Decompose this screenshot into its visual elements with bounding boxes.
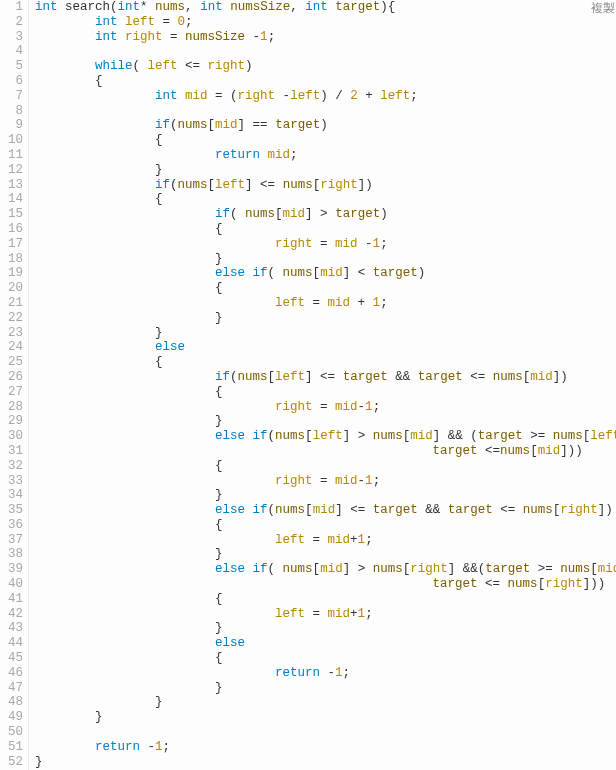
- line-number-gutter: 1234567891011121314151617181920212223242…: [0, 0, 29, 770]
- variable-token: mid: [313, 503, 336, 517]
- text-token: ;: [185, 15, 193, 29]
- param-token: nums: [373, 429, 403, 443]
- text-token: [35, 533, 275, 547]
- variable-token: mid: [328, 607, 351, 621]
- text-token: [35, 340, 155, 354]
- line-number: 32: [3, 459, 23, 474]
- text-token: [35, 237, 275, 251]
- text-token: =: [305, 607, 328, 621]
- code-line: else if( nums[mid] > nums[right] &&(targ…: [35, 562, 616, 577]
- number-token: 1: [260, 30, 268, 44]
- line-number: 35: [3, 503, 23, 518]
- text-token: ;: [365, 533, 373, 547]
- text-token: -: [320, 666, 335, 680]
- text-token: ] <=: [305, 370, 343, 384]
- number-token: 0: [178, 15, 186, 29]
- code-line: }: [35, 163, 616, 178]
- text-token: -: [358, 474, 366, 488]
- text-token: ] <: [343, 266, 373, 280]
- code-line: return mid;: [35, 148, 616, 163]
- line-number: 4: [3, 44, 23, 59]
- text-token: }: [35, 547, 223, 561]
- variable-token: mid: [335, 400, 358, 414]
- keyword-token: if: [253, 562, 268, 576]
- line-number: 43: [3, 621, 23, 636]
- code-line: else: [35, 636, 616, 651]
- param-token: nums: [508, 577, 538, 591]
- code-content[interactable]: int search(int* nums, int numsSize, int …: [29, 0, 616, 770]
- code-line: target <=nums[mid])): [35, 444, 616, 459]
- text-token: [35, 577, 433, 591]
- text-token: -: [275, 89, 290, 103]
- line-number: 48: [3, 695, 23, 710]
- param-token: nums: [283, 562, 313, 576]
- code-line: {: [35, 355, 616, 370]
- text-token: }: [35, 621, 223, 635]
- code-line: target <= nums[right])): [35, 577, 616, 592]
- line-number: 9: [3, 118, 23, 133]
- text-token: [35, 148, 215, 162]
- code-line: else: [35, 340, 616, 355]
- line-number: 14: [3, 192, 23, 207]
- text-token: <=: [178, 59, 208, 73]
- text-token: [245, 266, 253, 280]
- code-line: right = mid -1;: [35, 237, 616, 252]
- text-token: {: [35, 459, 223, 473]
- text-token: ): [380, 207, 388, 221]
- text-token: =: [313, 237, 336, 251]
- code-line: [35, 725, 616, 740]
- line-number: 49: [3, 710, 23, 725]
- line-number: 47: [3, 681, 23, 696]
- text-token: [35, 666, 275, 680]
- line-number: 13: [3, 178, 23, 193]
- variable-token: mid: [410, 429, 433, 443]
- text-token: {: [35, 222, 223, 236]
- code-line: }: [35, 681, 616, 696]
- line-number: 15: [3, 207, 23, 222]
- text-token: >=: [530, 562, 560, 576]
- line-number: 46: [3, 666, 23, 681]
- text-token: +: [350, 607, 358, 621]
- variable-token: mid: [215, 118, 238, 132]
- variable-token: mid: [538, 444, 561, 458]
- keyword-token: if: [253, 429, 268, 443]
- text-token: {: [35, 355, 163, 369]
- keyword-token: int: [200, 0, 223, 14]
- keyword-token: int: [305, 0, 328, 14]
- code-line: if( nums[mid] > target): [35, 207, 616, 222]
- text-token: [118, 15, 126, 29]
- text-token: {: [35, 651, 223, 665]
- text-token: (: [268, 503, 276, 517]
- code-line: }: [35, 252, 616, 267]
- copy-button[interactable]: 複製: [591, 1, 615, 16]
- text-token: =: [313, 474, 336, 488]
- variable-token: mid: [530, 370, 553, 384]
- line-number: 33: [3, 474, 23, 489]
- code-line: int left = 0;: [35, 15, 616, 30]
- text-token: *: [140, 0, 155, 14]
- code-line: right = mid-1;: [35, 400, 616, 415]
- param-token: nums: [283, 178, 313, 192]
- variable-token: right: [410, 562, 448, 576]
- keyword-token: int: [35, 0, 58, 14]
- code-line: {: [35, 133, 616, 148]
- variable-token: left: [215, 178, 245, 192]
- text-token: ;: [163, 740, 171, 754]
- text-token: (: [268, 429, 276, 443]
- text-token: [35, 266, 215, 280]
- line-number: 23: [3, 326, 23, 341]
- text-token: ,: [185, 0, 200, 14]
- text-token: [: [305, 429, 313, 443]
- param-token: target: [433, 444, 478, 458]
- code-line: }: [35, 755, 616, 770]
- code-line: else if( nums[mid] < target): [35, 266, 616, 281]
- text-token: [: [208, 118, 216, 132]
- text-token: [35, 370, 215, 384]
- text-token: {: [35, 281, 223, 295]
- param-token: nums: [560, 562, 590, 576]
- text-token: ): [320, 118, 328, 132]
- line-number: 44: [3, 636, 23, 651]
- text-token: =: [305, 533, 328, 547]
- line-number: 12: [3, 163, 23, 178]
- text-token: [35, 429, 215, 443]
